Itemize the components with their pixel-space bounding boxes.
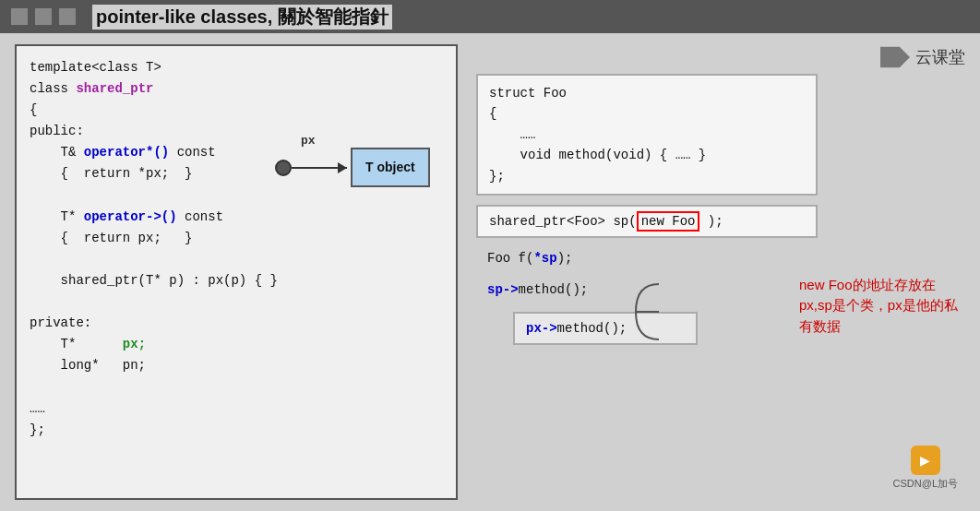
csdn-label: CSDN@L加号 <box>893 477 958 491</box>
code-line-1: template<class T> <box>30 57 443 78</box>
arrow-area: px T object <box>275 148 430 187</box>
window-icon-1 <box>11 8 28 25</box>
right-panel: 云课堂 struct Foo { …… void method(void) { … <box>476 44 965 500</box>
bracket-svg <box>631 275 668 349</box>
px-method-box: px->method(); <box>513 312 698 345</box>
code-line-7: T* operator->() const <box>30 207 443 228</box>
dot-circle <box>275 160 292 176</box>
struct-line-2: { <box>489 103 805 124</box>
left-code-panel: template<class T> class shared_ptr { pub… <box>15 44 458 500</box>
sp-method-line: sp->method(); <box>476 279 784 301</box>
t-object-box: T object <box>351 148 430 187</box>
sp-prefix: shared_ptr<Foo> sp( <box>489 214 637 229</box>
foo-f-line: Foo f(*sp); <box>476 247 784 269</box>
csdn-watermark: ▶ CSDN@L加号 <box>893 446 958 491</box>
code-line-12: long* pn; <box>30 355 443 376</box>
new-foo-highlight: new Foo <box>637 211 700 232</box>
arrow-line <box>292 167 347 169</box>
code-line-14: }; <box>30 420 443 441</box>
code-lines-col: Foo f(*sp); sp->method(); px->method(); <box>476 247 784 345</box>
csdn-play-icon: ▶ <box>911 446 940 475</box>
code-line-10: private: <box>30 313 443 334</box>
window-icon-3 <box>59 8 76 25</box>
code-line-8: { return px; } <box>30 228 443 249</box>
annotation-text: new Foo的地址存放在px,sp是个类，px是他的私有数据 <box>799 275 965 338</box>
page-title: pointer-like classes, 關於智能指針 <box>92 5 392 30</box>
middle-area: Foo f(*sp); sp->method(); px->method(); <box>476 247 965 345</box>
yunketang-logo: 云课堂 <box>880 44 965 70</box>
struct-line-4: void method(void) { …… } <box>489 145 805 165</box>
window-icon-2 <box>35 8 52 25</box>
struct-line-5: }; <box>489 166 805 186</box>
yunketang-label: 云课堂 <box>915 46 965 68</box>
code-line-4: public: <box>30 121 443 142</box>
struct-line-3: …… <box>489 125 805 145</box>
sp-suffix: ); <box>699 214 723 229</box>
top-bar: pointer-like classes, 關於智能指針 <box>0 0 980 33</box>
px-label: px <box>301 131 316 150</box>
code-line-13: …… <box>30 398 443 420</box>
struct-line-1: struct Foo <box>489 83 805 103</box>
code-line-2: class shared_ptr <box>30 78 443 100</box>
struct-foo-box: struct Foo { …… void method(void) { …… }… <box>476 74 818 196</box>
code-line-3: { <box>30 100 443 121</box>
code-line-9: shared_ptr(T* p) : px(p) { } <box>30 270 443 291</box>
code-line-11: T* px; <box>30 334 443 355</box>
sp-declaration-box: shared_ptr<Foo> sp(new Foo ); <box>476 205 818 238</box>
code-line-blank2 <box>30 249 443 270</box>
code-line-blank1 <box>30 185 443 207</box>
code-line-blank3 <box>30 291 443 313</box>
main-content: template<class T> class shared_ptr { pub… <box>0 33 980 511</box>
code-line-blank4 <box>30 376 443 398</box>
